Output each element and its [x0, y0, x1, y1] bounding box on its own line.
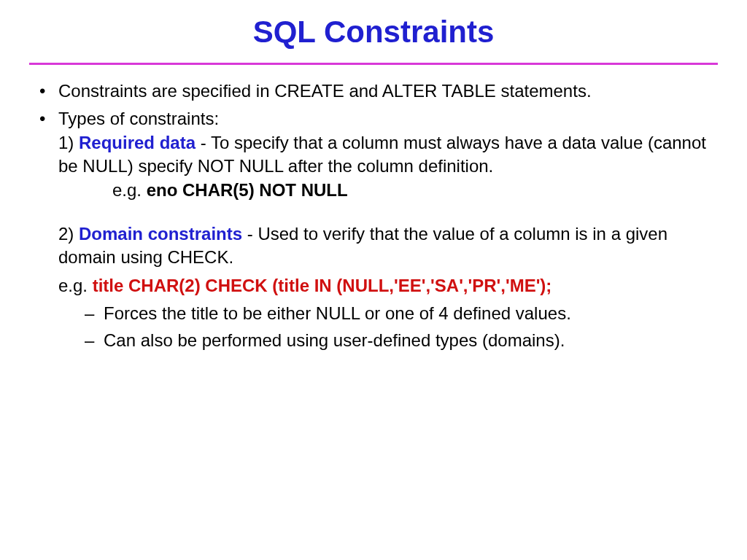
divider — [29, 63, 718, 65]
main-bullet-list: Constraints are specified in CREATE and … — [29, 79, 718, 270]
constraint-label: Required data — [79, 133, 196, 152]
dash-item: Forces the title to be either NULL or on… — [79, 302, 718, 325]
bullet-text: Types of constraints: — [58, 109, 219, 128]
spacer — [58, 202, 718, 222]
constraint-type-2: 2) Domain constraints - Used to verify t… — [58, 222, 718, 270]
constraint-type-1: 1) Required data - To specify that a col… — [58, 131, 718, 179]
example-code: eno CHAR(5) NOT NULL — [147, 180, 348, 200]
example-prefix: e.g. — [58, 276, 93, 295]
item-number: 2) — [58, 224, 79, 244]
dash-item: Can also be performed using user-defined… — [79, 329, 718, 352]
example-prefix: e.g. — [112, 180, 147, 200]
example-line: e.g. eno CHAR(5) NOT NULL — [58, 179, 718, 202]
example-code-red: title CHAR(2) CHECK (title IN (NULL,'EE'… — [93, 276, 552, 295]
slide-content: Constraints are specified in CREATE and … — [29, 79, 718, 352]
item-number: 1) — [58, 133, 79, 152]
bullet-item: Types of constraints: 1) Required data -… — [29, 107, 718, 269]
slide-title: SQL Constraints — [29, 15, 718, 50]
constraint-label: Domain constraints — [79, 224, 242, 244]
bullet-item: Constraints are specified in CREATE and … — [29, 79, 718, 103]
example-line-2: e.g. title CHAR(2) CHECK (title IN (NULL… — [29, 274, 718, 298]
dash-list: Forces the title to be either NULL or on… — [29, 302, 718, 352]
